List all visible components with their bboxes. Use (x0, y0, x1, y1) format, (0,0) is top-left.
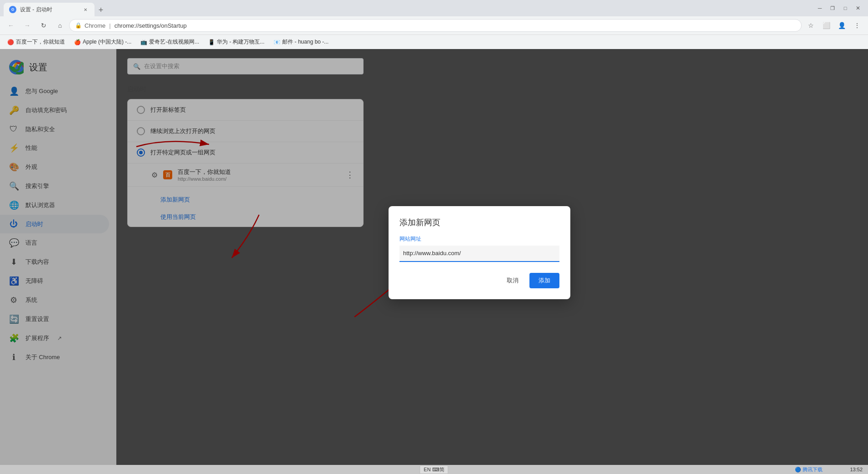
lock-icon: 🔒 (75, 22, 82, 29)
add-page-dialog: 添加新网页 网站网址 取消 添加 (389, 206, 570, 299)
dialog-overlay: 添加新网页 网站网址 取消 添加 (0, 49, 868, 474)
bookmark-icon: 📧 (274, 39, 280, 45)
bookmark-label: 邮件 - huang bo -... (282, 38, 329, 46)
back-button[interactable]: ← (4, 18, 18, 33)
bookmark-label: Apple (中国大陆) -... (83, 38, 131, 46)
bookmark-icon: 🍎 (74, 39, 81, 45)
taskbar-watermark: 🔵 腾讯下载 (795, 466, 823, 473)
bookmark-label: 百度一下，你就知道 (16, 38, 65, 46)
navigation-bar: ← → ↻ ⌂ 🔒 Chrome | chrome://settings/onS… (0, 16, 868, 35)
bookmark-huawei[interactable]: 📱 华为 - 构建万物互... (205, 37, 268, 47)
profile-button[interactable]: 👤 (834, 18, 849, 33)
watermark-text: 腾讯下载 (803, 466, 823, 473)
add-button[interactable]: 添加 (529, 273, 559, 288)
dialog-field-label: 网站网址 (399, 235, 559, 243)
ime-indicator[interactable]: EN ⌨简 (419, 465, 448, 474)
tab-favicon: ⚙ (9, 6, 16, 13)
address-bar[interactable]: 🔒 Chrome | chrome://settings/onStartup (69, 19, 802, 32)
maximize-button-icon[interactable]: □ (839, 2, 852, 15)
dialog-actions: 取消 添加 (399, 273, 559, 288)
browser-brand: Chrome (85, 22, 105, 29)
address-url: chrome://settings/onStartup (115, 22, 187, 29)
bookmark-label: 华为 - 构建万物互... (217, 38, 264, 46)
new-tab-button[interactable]: + (95, 4, 107, 16)
minimize-button-icon[interactable]: ─ (813, 2, 826, 15)
dialog-url-input[interactable] (399, 246, 559, 262)
title-bar: ⚙ 设置 - 启动时 ✕ + ─ ❐ □ ✕ (0, 0, 868, 16)
close-button-icon[interactable]: ✕ (852, 2, 864, 15)
tab-strip: ⚙ 设置 - 启动时 ✕ + (4, 0, 812, 16)
bookmark-iqiyi[interactable]: 📺 爱奇艺-在线视频网... (137, 37, 203, 47)
nav-action-icons: ☆ ⬜ 👤 ⋮ (803, 18, 864, 33)
bookmark-icon: 📱 (208, 39, 215, 45)
reload-button[interactable]: ↻ (36, 18, 51, 33)
bookmark-label: 爱奇艺-在线视频网... (149, 38, 199, 46)
home-button[interactable]: ⌂ (53, 18, 67, 33)
tab-search-button[interactable]: ⬜ (819, 18, 833, 33)
cancel-button[interactable]: 取消 (499, 273, 526, 288)
taskbar: EN ⌨简 🔵 腾讯下载 13:52 (0, 465, 868, 474)
bookmarks-bar: 🔴 百度一下，你就知道 🍎 Apple (中国大陆) -... 📺 爱奇艺-在线… (0, 35, 868, 49)
tab-title: 设置 - 启动时 (20, 6, 52, 14)
bookmark-apple[interactable]: 🍎 Apple (中国大陆) -... (70, 37, 135, 47)
bookmark-icon: 🔴 (7, 39, 14, 45)
bookmark-icon: 📺 (140, 39, 147, 45)
bookmark-outlook[interactable]: 📧 邮件 - huang bo -... (270, 37, 332, 47)
clock: 13:52 (850, 467, 863, 472)
address-separator: | (109, 22, 110, 29)
bookmark-baidu[interactable]: 🔴 百度一下，你就知道 (4, 37, 69, 47)
watermark-icon: 🔵 (795, 467, 801, 473)
tab-close-button[interactable]: ✕ (82, 6, 89, 13)
restore-button-icon[interactable]: ❐ (826, 2, 839, 15)
dialog-title: 添加新网页 (399, 217, 559, 228)
active-tab[interactable]: ⚙ 设置 - 启动时 ✕ (4, 3, 95, 16)
bookmark-star-button[interactable]: ☆ (803, 18, 818, 33)
menu-button[interactable]: ⋮ (850, 18, 864, 33)
forward-button[interactable]: → (20, 18, 35, 33)
